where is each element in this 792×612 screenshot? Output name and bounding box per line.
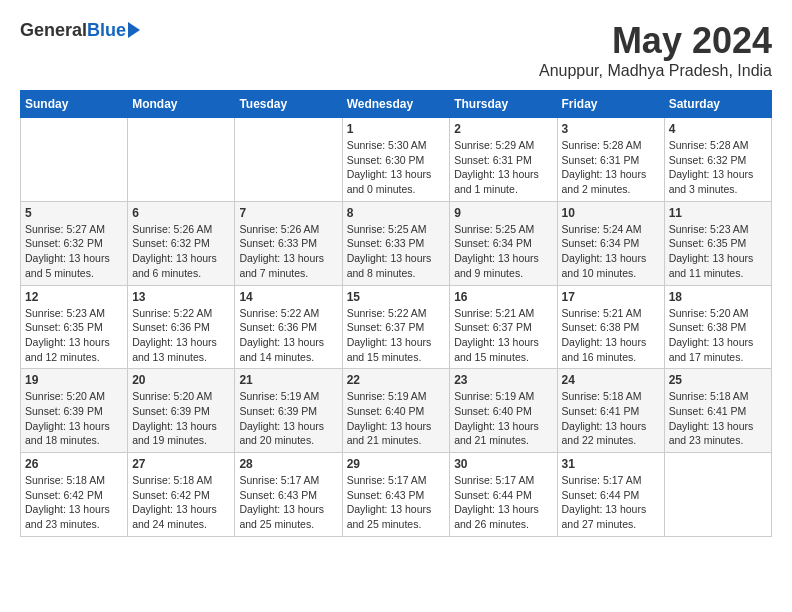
- calendar-cell: 9Sunrise: 5:25 AM Sunset: 6:34 PM Daylig…: [450, 201, 557, 285]
- calendar-cell: 10Sunrise: 5:24 AM Sunset: 6:34 PM Dayli…: [557, 201, 664, 285]
- cell-content: Sunrise: 5:22 AM Sunset: 6:37 PM Dayligh…: [347, 306, 446, 365]
- day-number: 1: [347, 122, 446, 136]
- calendar-cell: 14Sunrise: 5:22 AM Sunset: 6:36 PM Dayli…: [235, 285, 342, 369]
- calendar-cell: 16Sunrise: 5:21 AM Sunset: 6:37 PM Dayli…: [450, 285, 557, 369]
- cell-content: Sunrise: 5:22 AM Sunset: 6:36 PM Dayligh…: [239, 306, 337, 365]
- calendar-cell: 27Sunrise: 5:18 AM Sunset: 6:42 PM Dayli…: [128, 453, 235, 537]
- cell-content: Sunrise: 5:18 AM Sunset: 6:42 PM Dayligh…: [25, 473, 123, 532]
- calendar-table: SundayMondayTuesdayWednesdayThursdayFrid…: [20, 90, 772, 537]
- calendar-week-row: 12Sunrise: 5:23 AM Sunset: 6:35 PM Dayli…: [21, 285, 772, 369]
- cell-content: Sunrise: 5:18 AM Sunset: 6:41 PM Dayligh…: [562, 389, 660, 448]
- location: Anuppur, Madhya Pradesh, India: [539, 62, 772, 80]
- day-number: 2: [454, 122, 552, 136]
- calendar-cell: 8Sunrise: 5:25 AM Sunset: 6:33 PM Daylig…: [342, 201, 450, 285]
- cell-content: Sunrise: 5:19 AM Sunset: 6:40 PM Dayligh…: [454, 389, 552, 448]
- cell-content: Sunrise: 5:18 AM Sunset: 6:41 PM Dayligh…: [669, 389, 767, 448]
- cell-content: Sunrise: 5:22 AM Sunset: 6:36 PM Dayligh…: [132, 306, 230, 365]
- calendar-cell: 21Sunrise: 5:19 AM Sunset: 6:39 PM Dayli…: [235, 369, 342, 453]
- cell-content: Sunrise: 5:28 AM Sunset: 6:32 PM Dayligh…: [669, 138, 767, 197]
- cell-content: Sunrise: 5:21 AM Sunset: 6:37 PM Dayligh…: [454, 306, 552, 365]
- calendar-cell: 5Sunrise: 5:27 AM Sunset: 6:32 PM Daylig…: [21, 201, 128, 285]
- day-number: 15: [347, 290, 446, 304]
- cell-content: Sunrise: 5:20 AM Sunset: 6:39 PM Dayligh…: [25, 389, 123, 448]
- day-number: 25: [669, 373, 767, 387]
- calendar-cell: 11Sunrise: 5:23 AM Sunset: 6:35 PM Dayli…: [664, 201, 771, 285]
- day-number: 14: [239, 290, 337, 304]
- calendar-week-row: 26Sunrise: 5:18 AM Sunset: 6:42 PM Dayli…: [21, 453, 772, 537]
- header-saturday: Saturday: [664, 91, 771, 118]
- calendar-cell: 6Sunrise: 5:26 AM Sunset: 6:32 PM Daylig…: [128, 201, 235, 285]
- calendar-cell: 25Sunrise: 5:18 AM Sunset: 6:41 PM Dayli…: [664, 369, 771, 453]
- header-thursday: Thursday: [450, 91, 557, 118]
- day-number: 28: [239, 457, 337, 471]
- cell-content: Sunrise: 5:27 AM Sunset: 6:32 PM Dayligh…: [25, 222, 123, 281]
- title-section: May 2024 Anuppur, Madhya Pradesh, India: [539, 20, 772, 80]
- cell-content: Sunrise: 5:19 AM Sunset: 6:40 PM Dayligh…: [347, 389, 446, 448]
- calendar-cell: 28Sunrise: 5:17 AM Sunset: 6:43 PM Dayli…: [235, 453, 342, 537]
- calendar-cell: 3Sunrise: 5:28 AM Sunset: 6:31 PM Daylig…: [557, 118, 664, 202]
- day-number: 17: [562, 290, 660, 304]
- calendar-cell: 15Sunrise: 5:22 AM Sunset: 6:37 PM Dayli…: [342, 285, 450, 369]
- cell-content: Sunrise: 5:20 AM Sunset: 6:38 PM Dayligh…: [669, 306, 767, 365]
- cell-content: Sunrise: 5:26 AM Sunset: 6:33 PM Dayligh…: [239, 222, 337, 281]
- calendar-cell: 13Sunrise: 5:22 AM Sunset: 6:36 PM Dayli…: [128, 285, 235, 369]
- cell-content: Sunrise: 5:23 AM Sunset: 6:35 PM Dayligh…: [669, 222, 767, 281]
- day-number: 20: [132, 373, 230, 387]
- calendar-cell: 31Sunrise: 5:17 AM Sunset: 6:44 PM Dayli…: [557, 453, 664, 537]
- day-number: 23: [454, 373, 552, 387]
- logo-arrow-icon: [128, 22, 140, 38]
- logo-general: General: [20, 20, 87, 41]
- page-header: General Blue May 2024 Anuppur, Madhya Pr…: [20, 20, 772, 80]
- day-number: 27: [132, 457, 230, 471]
- calendar-cell: 18Sunrise: 5:20 AM Sunset: 6:38 PM Dayli…: [664, 285, 771, 369]
- calendar-cell: 26Sunrise: 5:18 AM Sunset: 6:42 PM Dayli…: [21, 453, 128, 537]
- day-number: 26: [25, 457, 123, 471]
- day-number: 13: [132, 290, 230, 304]
- header-friday: Friday: [557, 91, 664, 118]
- cell-content: Sunrise: 5:26 AM Sunset: 6:32 PM Dayligh…: [132, 222, 230, 281]
- calendar-cell: 7Sunrise: 5:26 AM Sunset: 6:33 PM Daylig…: [235, 201, 342, 285]
- calendar-cell: 24Sunrise: 5:18 AM Sunset: 6:41 PM Dayli…: [557, 369, 664, 453]
- cell-content: Sunrise: 5:25 AM Sunset: 6:34 PM Dayligh…: [454, 222, 552, 281]
- cell-content: Sunrise: 5:30 AM Sunset: 6:30 PM Dayligh…: [347, 138, 446, 197]
- cell-content: Sunrise: 5:20 AM Sunset: 6:39 PM Dayligh…: [132, 389, 230, 448]
- calendar-cell: 19Sunrise: 5:20 AM Sunset: 6:39 PM Dayli…: [21, 369, 128, 453]
- calendar-header-row: SundayMondayTuesdayWednesdayThursdayFrid…: [21, 91, 772, 118]
- day-number: 4: [669, 122, 767, 136]
- day-number: 18: [669, 290, 767, 304]
- calendar-cell: [235, 118, 342, 202]
- calendar-cell: 30Sunrise: 5:17 AM Sunset: 6:44 PM Dayli…: [450, 453, 557, 537]
- logo: General Blue: [20, 20, 140, 41]
- cell-content: Sunrise: 5:21 AM Sunset: 6:38 PM Dayligh…: [562, 306, 660, 365]
- day-number: 9: [454, 206, 552, 220]
- calendar-cell: 23Sunrise: 5:19 AM Sunset: 6:40 PM Dayli…: [450, 369, 557, 453]
- calendar-cell: 20Sunrise: 5:20 AM Sunset: 6:39 PM Dayli…: [128, 369, 235, 453]
- header-sunday: Sunday: [21, 91, 128, 118]
- cell-content: Sunrise: 5:17 AM Sunset: 6:44 PM Dayligh…: [454, 473, 552, 532]
- cell-content: Sunrise: 5:19 AM Sunset: 6:39 PM Dayligh…: [239, 389, 337, 448]
- cell-content: Sunrise: 5:17 AM Sunset: 6:43 PM Dayligh…: [239, 473, 337, 532]
- calendar-cell: 22Sunrise: 5:19 AM Sunset: 6:40 PM Dayli…: [342, 369, 450, 453]
- calendar-cell: 29Sunrise: 5:17 AM Sunset: 6:43 PM Dayli…: [342, 453, 450, 537]
- day-number: 11: [669, 206, 767, 220]
- logo-blue: Blue: [87, 20, 126, 41]
- cell-content: Sunrise: 5:18 AM Sunset: 6:42 PM Dayligh…: [132, 473, 230, 532]
- day-number: 30: [454, 457, 552, 471]
- cell-content: Sunrise: 5:17 AM Sunset: 6:44 PM Dayligh…: [562, 473, 660, 532]
- day-number: 24: [562, 373, 660, 387]
- cell-content: Sunrise: 5:24 AM Sunset: 6:34 PM Dayligh…: [562, 222, 660, 281]
- header-monday: Monday: [128, 91, 235, 118]
- header-tuesday: Tuesday: [235, 91, 342, 118]
- calendar-week-row: 19Sunrise: 5:20 AM Sunset: 6:39 PM Dayli…: [21, 369, 772, 453]
- calendar-week-row: 1Sunrise: 5:30 AM Sunset: 6:30 PM Daylig…: [21, 118, 772, 202]
- header-wednesday: Wednesday: [342, 91, 450, 118]
- month-title: May 2024: [539, 20, 772, 62]
- day-number: 22: [347, 373, 446, 387]
- calendar-cell: 1Sunrise: 5:30 AM Sunset: 6:30 PM Daylig…: [342, 118, 450, 202]
- calendar-week-row: 5Sunrise: 5:27 AM Sunset: 6:32 PM Daylig…: [21, 201, 772, 285]
- day-number: 3: [562, 122, 660, 136]
- day-number: 8: [347, 206, 446, 220]
- calendar-cell: 17Sunrise: 5:21 AM Sunset: 6:38 PM Dayli…: [557, 285, 664, 369]
- day-number: 7: [239, 206, 337, 220]
- day-number: 29: [347, 457, 446, 471]
